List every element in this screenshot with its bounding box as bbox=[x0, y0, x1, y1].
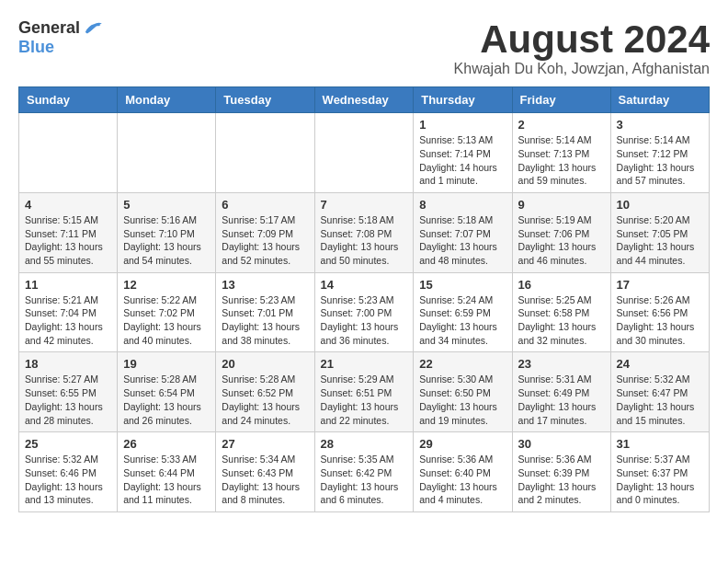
month-title: August 2024 bbox=[454, 18, 710, 61]
calendar-cell: 21Sunrise: 5:29 AM Sunset: 6:51 PM Dayli… bbox=[314, 352, 414, 432]
day-number: 15 bbox=[419, 278, 506, 292]
calendar-cell: 5Sunrise: 5:16 AM Sunset: 7:10 PM Daylig… bbox=[118, 192, 216, 272]
logo-bird-icon bbox=[82, 20, 102, 37]
weekday-header-thursday: Thursday bbox=[414, 87, 512, 113]
day-number: 9 bbox=[518, 198, 605, 212]
day-number: 5 bbox=[123, 198, 210, 212]
day-info: Sunrise: 5:22 AM Sunset: 7:02 PM Dayligh… bbox=[123, 293, 210, 348]
location-text: Khwajah Du Koh, Jowzjan, Afghanistan bbox=[454, 61, 710, 77]
day-info: Sunrise: 5:13 AM Sunset: 7:14 PM Dayligh… bbox=[419, 133, 506, 188]
calendar-cell bbox=[118, 113, 216, 193]
day-info: Sunrise: 5:15 AM Sunset: 7:11 PM Dayligh… bbox=[25, 213, 111, 268]
calendar-cell: 20Sunrise: 5:28 AM Sunset: 6:52 PM Dayli… bbox=[216, 352, 314, 432]
day-info: Sunrise: 5:32 AM Sunset: 6:46 PM Dayligh… bbox=[25, 453, 111, 507]
logo: General Blue bbox=[18, 18, 102, 57]
day-number: 28 bbox=[321, 437, 408, 451]
day-number: 1 bbox=[419, 118, 506, 132]
calendar-cell: 7Sunrise: 5:18 AM Sunset: 7:08 PM Daylig… bbox=[314, 192, 414, 272]
title-section: August 2024 Khwajah Du Koh, Jowzjan, Afg… bbox=[454, 18, 710, 77]
day-info: Sunrise: 5:18 AM Sunset: 7:08 PM Dayligh… bbox=[321, 213, 408, 268]
day-number: 4 bbox=[25, 198, 111, 212]
calendar-week-row: 18Sunrise: 5:27 AM Sunset: 6:55 PM Dayli… bbox=[19, 352, 710, 432]
calendar-cell: 8Sunrise: 5:18 AM Sunset: 7:07 PM Daylig… bbox=[414, 192, 512, 272]
calendar-cell: 22Sunrise: 5:30 AM Sunset: 6:50 PM Dayli… bbox=[414, 352, 512, 432]
day-number: 31 bbox=[617, 437, 703, 451]
day-info: Sunrise: 5:30 AM Sunset: 6:50 PM Dayligh… bbox=[419, 373, 506, 427]
day-info: Sunrise: 5:16 AM Sunset: 7:10 PM Dayligh… bbox=[123, 213, 210, 268]
day-number: 26 bbox=[123, 437, 210, 451]
day-info: Sunrise: 5:29 AM Sunset: 6:51 PM Dayligh… bbox=[321, 373, 408, 427]
calendar-cell: 3Sunrise: 5:14 AM Sunset: 7:12 PM Daylig… bbox=[610, 113, 709, 193]
day-info: Sunrise: 5:28 AM Sunset: 6:52 PM Dayligh… bbox=[222, 373, 308, 427]
day-number: 20 bbox=[222, 357, 308, 371]
day-info: Sunrise: 5:31 AM Sunset: 6:49 PM Dayligh… bbox=[518, 373, 605, 427]
day-number: 8 bbox=[419, 198, 506, 212]
calendar-cell: 24Sunrise: 5:32 AM Sunset: 6:47 PM Dayli… bbox=[610, 352, 709, 432]
calendar-cell: 19Sunrise: 5:28 AM Sunset: 6:54 PM Dayli… bbox=[118, 352, 216, 432]
day-info: Sunrise: 5:14 AM Sunset: 7:12 PM Dayligh… bbox=[617, 133, 703, 188]
day-number: 21 bbox=[321, 357, 408, 371]
day-info: Sunrise: 5:36 AM Sunset: 6:39 PM Dayligh… bbox=[518, 453, 605, 507]
weekday-header-wednesday: Wednesday bbox=[314, 87, 414, 113]
calendar-cell bbox=[19, 113, 118, 193]
weekday-header-friday: Friday bbox=[512, 87, 610, 113]
day-info: Sunrise: 5:18 AM Sunset: 7:07 PM Dayligh… bbox=[419, 213, 506, 268]
day-number: 22 bbox=[419, 357, 506, 371]
weekday-header-saturday: Saturday bbox=[610, 87, 709, 113]
day-info: Sunrise: 5:21 AM Sunset: 7:04 PM Dayligh… bbox=[25, 293, 111, 348]
day-info: Sunrise: 5:14 AM Sunset: 7:13 PM Dayligh… bbox=[518, 133, 605, 188]
weekday-header-tuesday: Tuesday bbox=[216, 87, 314, 113]
calendar-cell: 4Sunrise: 5:15 AM Sunset: 7:11 PM Daylig… bbox=[19, 192, 118, 272]
calendar-week-row: 11Sunrise: 5:21 AM Sunset: 7:04 PM Dayli… bbox=[19, 272, 710, 352]
day-number: 12 bbox=[123, 278, 210, 292]
day-info: Sunrise: 5:20 AM Sunset: 7:05 PM Dayligh… bbox=[617, 213, 703, 268]
day-info: Sunrise: 5:28 AM Sunset: 6:54 PM Dayligh… bbox=[123, 373, 210, 427]
calendar-cell: 11Sunrise: 5:21 AM Sunset: 7:04 PM Dayli… bbox=[19, 272, 118, 352]
day-info: Sunrise: 5:32 AM Sunset: 6:47 PM Dayligh… bbox=[617, 373, 703, 427]
day-number: 16 bbox=[518, 278, 605, 292]
day-number: 6 bbox=[222, 198, 308, 212]
day-number: 2 bbox=[518, 118, 605, 132]
day-number: 24 bbox=[617, 357, 703, 371]
day-number: 19 bbox=[123, 357, 210, 371]
calendar-cell: 30Sunrise: 5:36 AM Sunset: 6:39 PM Dayli… bbox=[512, 432, 610, 512]
calendar-cell: 2Sunrise: 5:14 AM Sunset: 7:13 PM Daylig… bbox=[512, 113, 610, 193]
calendar-cell: 9Sunrise: 5:19 AM Sunset: 7:06 PM Daylig… bbox=[512, 192, 610, 272]
weekday-header-monday: Monday bbox=[118, 87, 216, 113]
calendar-cell: 27Sunrise: 5:34 AM Sunset: 6:43 PM Dayli… bbox=[216, 432, 314, 512]
day-info: Sunrise: 5:19 AM Sunset: 7:06 PM Dayligh… bbox=[518, 213, 605, 268]
calendar-cell: 23Sunrise: 5:31 AM Sunset: 6:49 PM Dayli… bbox=[512, 352, 610, 432]
day-number: 3 bbox=[617, 118, 703, 132]
logo-general-text: General bbox=[18, 18, 80, 38]
calendar-cell bbox=[314, 113, 414, 193]
day-info: Sunrise: 5:36 AM Sunset: 6:40 PM Dayligh… bbox=[419, 453, 506, 507]
logo-blue-text: Blue bbox=[18, 38, 54, 57]
calendar-cell: 18Sunrise: 5:27 AM Sunset: 6:55 PM Dayli… bbox=[19, 352, 118, 432]
day-info: Sunrise: 5:23 AM Sunset: 7:00 PM Dayligh… bbox=[321, 293, 408, 348]
calendar-cell bbox=[216, 113, 314, 193]
weekday-header-row: SundayMondayTuesdayWednesdayThursdayFrid… bbox=[19, 87, 710, 113]
calendar-cell: 25Sunrise: 5:32 AM Sunset: 6:46 PM Dayli… bbox=[19, 432, 118, 512]
calendar-cell: 15Sunrise: 5:24 AM Sunset: 6:59 PM Dayli… bbox=[414, 272, 512, 352]
calendar-table: SundayMondayTuesdayWednesdayThursdayFrid… bbox=[18, 86, 710, 512]
day-info: Sunrise: 5:34 AM Sunset: 6:43 PM Dayligh… bbox=[222, 453, 308, 507]
calendar-week-row: 4Sunrise: 5:15 AM Sunset: 7:11 PM Daylig… bbox=[19, 192, 710, 272]
day-number: 18 bbox=[25, 357, 111, 371]
day-number: 11 bbox=[25, 278, 111, 292]
calendar-cell: 29Sunrise: 5:36 AM Sunset: 6:40 PM Dayli… bbox=[414, 432, 512, 512]
day-number: 30 bbox=[518, 437, 605, 451]
day-number: 17 bbox=[617, 278, 703, 292]
calendar-cell: 31Sunrise: 5:37 AM Sunset: 6:37 PM Dayli… bbox=[610, 432, 709, 512]
calendar-week-row: 1Sunrise: 5:13 AM Sunset: 7:14 PM Daylig… bbox=[19, 113, 710, 193]
calendar-cell: 6Sunrise: 5:17 AM Sunset: 7:09 PM Daylig… bbox=[216, 192, 314, 272]
day-number: 25 bbox=[25, 437, 111, 451]
calendar-cell: 16Sunrise: 5:25 AM Sunset: 6:58 PM Dayli… bbox=[512, 272, 610, 352]
day-number: 14 bbox=[321, 278, 408, 292]
calendar-week-row: 25Sunrise: 5:32 AM Sunset: 6:46 PM Dayli… bbox=[19, 432, 710, 512]
day-number: 10 bbox=[617, 198, 703, 212]
calendar-cell: 26Sunrise: 5:33 AM Sunset: 6:44 PM Dayli… bbox=[118, 432, 216, 512]
day-info: Sunrise: 5:37 AM Sunset: 6:37 PM Dayligh… bbox=[617, 453, 703, 507]
day-number: 7 bbox=[321, 198, 408, 212]
calendar-cell: 10Sunrise: 5:20 AM Sunset: 7:05 PM Dayli… bbox=[610, 192, 709, 272]
weekday-header-sunday: Sunday bbox=[19, 87, 118, 113]
